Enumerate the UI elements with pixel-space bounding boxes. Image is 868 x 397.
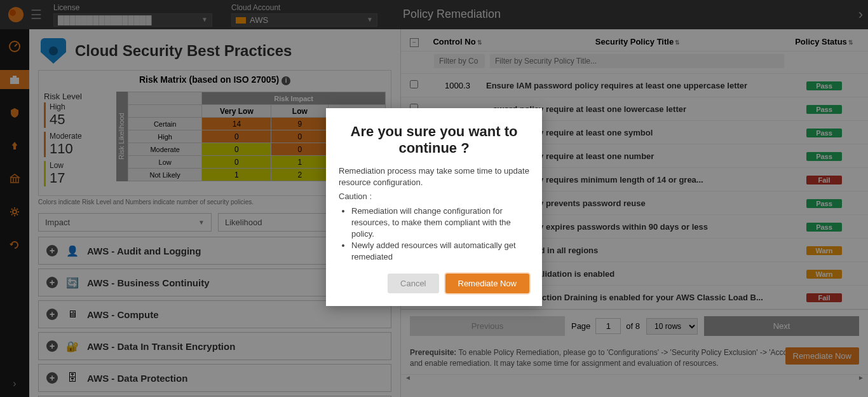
modal-overlay: Are you sure you want to continue ? Reme… bbox=[0, 0, 868, 397]
modal-body-2: Caution : bbox=[339, 191, 529, 202]
confirm-modal: Are you sure you want to continue ? Reme… bbox=[326, 108, 542, 306]
modal-bullet-list: Remediation will change configuration fo… bbox=[339, 205, 529, 263]
cancel-button[interactable]: Cancel bbox=[388, 274, 438, 293]
modal-bullet: Newly added resources will automatically… bbox=[351, 240, 529, 263]
confirm-remediate-button[interactable]: Remediate Now bbox=[445, 274, 530, 293]
modal-body-1: Remediation process may take some time t… bbox=[339, 165, 529, 188]
modal-title: Are you sure you want to continue ? bbox=[339, 123, 529, 157]
modal-bullet: Remediation will change configuration fo… bbox=[351, 205, 529, 240]
